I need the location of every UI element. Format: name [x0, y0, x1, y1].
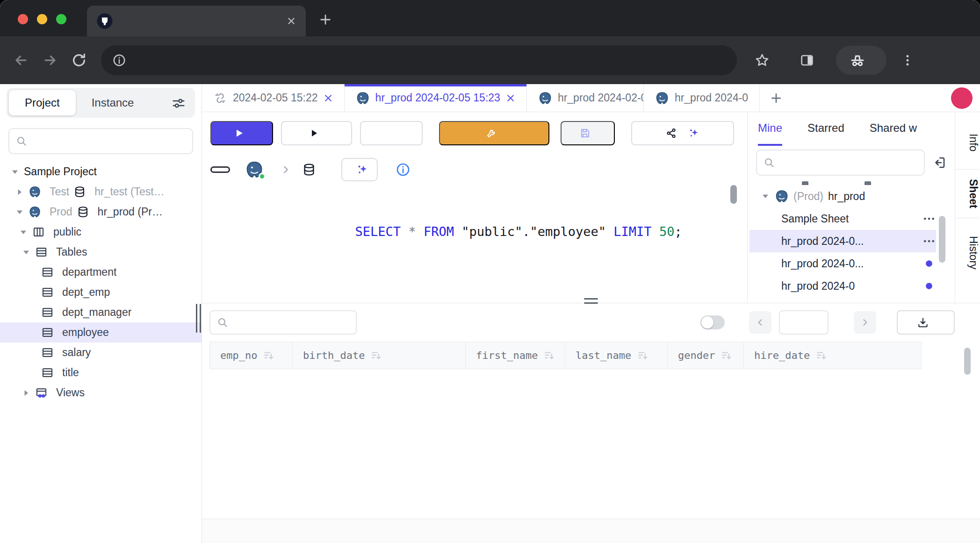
sidebar-tab[interactable]: Project — [9, 90, 76, 115]
tree-expander-icon[interactable] — [15, 187, 24, 197]
column-header[interactable]: hire_date — [744, 342, 922, 369]
next-page-button[interactable] — [854, 311, 876, 334]
tree-row[interactable]: Prod hr_prod (Pr… — [0, 202, 202, 222]
sheet-item-trailing-icon[interactable] — [922, 279, 936, 293]
sheet-panel-tab[interactable]: Starred — [807, 112, 844, 146]
sheet-item-trailing-icon[interactable] — [922, 234, 936, 248]
share-button[interactable] — [631, 121, 734, 145]
admin-mode-button[interactable] — [439, 121, 549, 145]
sheet-expander-icon[interactable] — [761, 192, 770, 201]
tree-row[interactable]: Tables — [0, 242, 202, 262]
info-icon[interactable] — [396, 162, 411, 177]
column-header[interactable]: gender — [668, 342, 744, 369]
tree-expander-icon[interactable] — [10, 167, 20, 177]
user-avatar[interactable] — [951, 87, 973, 109]
rail-tab[interactable]: History — [955, 227, 980, 279]
tree-row[interactable]: salary — [0, 343, 202, 363]
format-button[interactable] — [360, 121, 423, 145]
sheet-panel-tab[interactable]: Shared w — [870, 112, 917, 146]
close-browser-tab-icon[interactable] — [286, 16, 296, 26]
sheet-item-trailing-icon[interactable] — [922, 189, 936, 203]
browser-menu-icon[interactable] — [901, 53, 915, 67]
bookmark-star-icon[interactable] — [755, 53, 770, 68]
sort-icon[interactable] — [370, 350, 382, 362]
tree-row[interactable]: Views — [0, 383, 202, 403]
back-button[interactable] — [13, 52, 29, 68]
zoom-window-button[interactable] — [56, 14, 66, 24]
sort-icon[interactable] — [721, 350, 733, 362]
sort-icon[interactable] — [543, 350, 555, 362]
close-window-button[interactable] — [18, 14, 28, 24]
sort-icon[interactable] — [637, 350, 649, 362]
tree-row[interactable]: Test hr_test (Test… — [0, 182, 202, 202]
side-panel-icon[interactable] — [800, 53, 814, 68]
tree-expander-icon[interactable] — [22, 248, 31, 257]
explain-button[interactable] — [281, 121, 352, 145]
sidebar-tab[interactable]: Instance — [76, 90, 150, 115]
window-controls[interactable] — [18, 14, 66, 24]
sheet-item[interactable]: hr_prod 2024-0... — [749, 252, 936, 275]
new-editor-tab-button[interactable] — [769, 91, 783, 105]
sheet-item[interactable]: Sample Sheet — [749, 207, 936, 230]
export-button[interactable] — [897, 310, 955, 335]
sheet-panel-tab[interactable]: Mine — [758, 112, 782, 146]
editor-tab[interactable]: hr_prod 2024-0 — [644, 84, 760, 112]
sheet-item[interactable]: hr_prod 2024-0... — [749, 230, 936, 252]
column-header[interactable]: last_name — [565, 342, 668, 369]
forward-button[interactable] — [42, 52, 58, 68]
run-button[interactable] — [210, 121, 273, 145]
instance-breadcrumb[interactable] — [245, 160, 269, 179]
sort-icon[interactable] — [263, 350, 275, 362]
sidebar-resize-handle[interactable] — [196, 304, 201, 333]
results-search[interactable] — [209, 310, 357, 335]
previous-page-button[interactable] — [749, 311, 771, 334]
database-search[interactable] — [8, 128, 193, 154]
rail-tab[interactable]: Info — [955, 124, 980, 161]
address-bar[interactable] — [101, 45, 737, 75]
close-editor-tab-icon[interactable] — [324, 93, 333, 103]
tree-row[interactable]: dept_manager — [0, 302, 202, 322]
column-header[interactable]: first_name — [466, 342, 565, 369]
rail-tab[interactable]: Sheet — [955, 169, 980, 218]
tree-row[interactable]: dept_emp — [0, 282, 202, 302]
site-info-icon[interactable] — [112, 53, 126, 67]
new-browser-tab-button[interactable] — [319, 13, 332, 26]
sql-editor[interactable]: SELECT * FROM "public"."employee" LIMIT … — [202, 185, 747, 303]
close-editor-tab-icon[interactable] — [506, 93, 515, 103]
tree-row[interactable]: public — [0, 222, 202, 242]
collapse-panel-icon[interactable] — [932, 156, 946, 170]
tree-row[interactable]: department — [0, 262, 202, 282]
batch-button[interactable] — [341, 158, 378, 181]
editor-tab[interactable]: hr_prod 2024-02-05 15:43 — [527, 84, 644, 112]
panel-resize-handle[interactable] — [582, 297, 600, 305]
tree-expander-icon[interactable] — [15, 207, 24, 217]
filter-sliders-icon[interactable] — [172, 96, 186, 110]
column-header[interactable]: birth_date — [293, 342, 466, 369]
sheet-list-scrollbar[interactable] — [939, 216, 945, 263]
minimize-window-button[interactable] — [37, 14, 47, 24]
results-search-input[interactable] — [233, 316, 349, 329]
results-scrollbar[interactable] — [964, 348, 971, 375]
sheet-item[interactable]: (Prod) hr_prod — [749, 185, 936, 207]
tree-row[interactable]: title — [0, 363, 202, 383]
browser-tab[interactable] — [87, 6, 306, 36]
editor-tab[interactable]: 2024-02-05 15:22 — [202, 84, 345, 112]
column-header[interactable]: emp_no — [210, 342, 293, 369]
tree-row[interactable]: Sample Project — [0, 162, 202, 182]
save-button[interactable] — [561, 121, 615, 145]
sheet-search[interactable] — [756, 150, 925, 176]
tree-expander-icon[interactable] — [19, 228, 28, 237]
tree-row[interactable]: employee — [0, 322, 202, 343]
database-search-input[interactable] — [32, 135, 186, 148]
sort-icon[interactable] — [815, 350, 828, 362]
page-number-input[interactable] — [779, 310, 829, 335]
reload-button[interactable] — [71, 52, 87, 68]
sheet-search-input[interactable] — [779, 157, 917, 169]
sheet-item-trailing-icon[interactable] — [922, 257, 936, 271]
vertical-display-toggle[interactable] — [700, 315, 725, 329]
sheet-item[interactable]: hr_prod 2024-0 — [749, 275, 936, 297]
editor-tab[interactable]: hr_prod 2024-02-05 15:23 — [345, 84, 527, 112]
editor-scrollbar[interactable] — [730, 185, 737, 204]
tree-expander-icon[interactable] — [22, 388, 31, 398]
sheet-item-trailing-icon[interactable] — [922, 212, 936, 226]
